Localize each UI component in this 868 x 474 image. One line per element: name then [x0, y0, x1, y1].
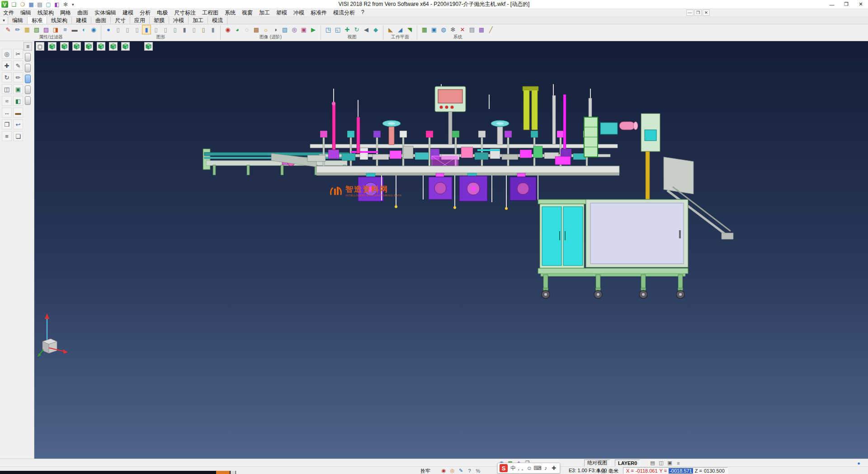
visibility-icon[interactable]: ◉ [89, 25, 98, 34]
window-tool-icon[interactable]: ❐ [2, 119, 12, 129]
cylinder-section-icon[interactable]: ▯ [170, 25, 179, 34]
ime-keyboard-icon[interactable]: ⌨ [533, 464, 542, 472]
box-tool-icon[interactable]: ◧ [13, 96, 23, 106]
line-weight-icon[interactable]: ▬ [70, 25, 79, 34]
view-zoom-all-icon[interactable]: ◳ [324, 25, 333, 34]
attributes-brush-icon[interactable]: ✏ [13, 25, 22, 34]
menu-item-2[interactable]: 线架构 [34, 9, 57, 17]
taskbar-app-button-2[interactable] [231, 471, 236, 474]
viewport-menu[interactable]: ≡ [24, 42, 32, 51]
menu-item-17[interactable]: 模流分析 [330, 9, 358, 17]
menu-item-15[interactable]: 冲模 [290, 9, 307, 17]
view-cube-back-icon[interactable] [109, 42, 118, 51]
system-globe-icon[interactable]: ◍ [439, 25, 448, 34]
menu-item-1[interactable]: 编辑 [17, 9, 34, 17]
ruler-tool-icon[interactable]: ▬ [13, 108, 23, 118]
undo-tool-icon[interactable]: ↩ [13, 119, 23, 129]
solid-tool-icon[interactable]: ▣ [13, 84, 23, 94]
menu-item-12[interactable]: 视窗 [239, 9, 256, 17]
view-cube-front-icon[interactable] [72, 42, 81, 51]
tab-8[interactable]: 冲模 [169, 17, 189, 24]
rotate-tool-icon[interactable]: ↻ [2, 72, 12, 82]
layer-panel[interactable]: LAYER0 [615, 460, 640, 466]
render-background-icon[interactable]: ▧ [280, 25, 289, 34]
connection-icon[interactable]: ● [854, 460, 863, 466]
dimension-tool-icon[interactable]: ↔ [2, 108, 12, 118]
ime-punct-icon[interactable]: ，。 [517, 464, 525, 472]
menu-item-13[interactable]: 加工 [256, 9, 273, 17]
view-rotate-icon[interactable]: ↻ [352, 25, 361, 34]
copy-tool-icon[interactable]: ❏ [13, 131, 23, 141]
cylinder-solid-icon[interactable]: ▯ [113, 25, 123, 34]
menu-item-8[interactable]: 电极 [154, 9, 171, 17]
view-previous-icon[interactable]: ◀ [362, 25, 371, 34]
view-panel-icon[interactable]: ◫ [657, 460, 665, 466]
render-wireframe-icon[interactable]: ◌ [242, 25, 251, 34]
pin-4[interactable] [25, 96, 31, 105]
view-iso-icon[interactable]: ◆ [371, 25, 380, 34]
render-traffic-icon[interactable]: ◉ [223, 25, 232, 34]
pin-0[interactable] [25, 53, 31, 62]
cylinder-highlight-icon[interactable]: ▮ [142, 25, 151, 34]
system-close-icon[interactable]: ✕ [458, 25, 467, 34]
qa-screen-icon[interactable]: ▢ [44, 1, 52, 8]
menu-item-14[interactable]: 塑模 [273, 9, 290, 17]
lock-label[interactable]: 拴牢 [420, 468, 430, 474]
tab-dropdown[interactable]: ▾ [0, 17, 8, 24]
qa-settings-icon[interactable]: ✻ [61, 1, 70, 8]
cylinder-pair-icon[interactable]: ▯ [161, 25, 170, 34]
render-lighting-icon[interactable]: ☼ [261, 25, 270, 34]
ime-emoji-icon[interactable]: ☺ [525, 464, 533, 472]
qa-print-icon[interactable]: ▤ [36, 1, 44, 8]
line-style-icon[interactable]: ≡ [61, 25, 70, 34]
pin-3[interactable] [25, 85, 31, 94]
magnet-filter-icon[interactable]: ◨ [51, 25, 60, 34]
workplane-align-icon[interactable]: ◥ [405, 25, 414, 34]
menu-item-7[interactable]: 分析 [137, 9, 154, 17]
view-cube-bottom-icon[interactable] [121, 42, 130, 51]
tab-0[interactable]: 编辑 [8, 17, 28, 24]
menu-item-16[interactable]: 标准件 [307, 9, 330, 17]
menu-item-10[interactable]: 工程图 [199, 9, 222, 17]
pen-status-icon[interactable]: ✎ [457, 467, 465, 474]
system-grid-icon[interactable]: ▦ [420, 25, 429, 34]
mdi-minimize-button[interactable]: — [686, 9, 693, 16]
system-slope-icon[interactable]: ╱ [486, 25, 495, 34]
menu-item-3[interactable]: 网格 [57, 9, 74, 17]
view-cube-right-icon[interactable] [85, 42, 93, 51]
mdi-close-button[interactable]: ✕ [703, 9, 710, 16]
view-cube-left-icon[interactable] [97, 42, 105, 51]
view-cube-dynamic-icon[interactable] [144, 42, 153, 51]
view-plain[interactable]: ▢ [36, 42, 44, 51]
tab-1[interactable]: 标准 [28, 17, 47, 24]
measure-tool-icon[interactable]: ◫ [2, 84, 12, 94]
cylinder-edges-icon[interactable]: ▮ [180, 25, 189, 34]
curve-tool-icon[interactable]: ≈ [2, 96, 12, 106]
tab-4[interactable]: 曲面 [91, 17, 111, 24]
menu-item-6[interactable]: 建模 [119, 9, 137, 17]
move-tool-icon[interactable]: ✚ [2, 61, 12, 71]
tab-2[interactable]: 线架构 [47, 17, 72, 24]
layer-filter-icon[interactable]: ▧ [32, 25, 41, 34]
pin-2[interactable] [25, 75, 31, 83]
sketch-tool-icon[interactable]: ✎ [13, 61, 23, 71]
render-snapshot-icon[interactable]: ▣ [299, 25, 308, 34]
ime-toolbox-icon[interactable]: ✚ [550, 464, 558, 472]
system-monitor-icon[interactable]: ▣ [429, 25, 439, 34]
qa-open-file-icon[interactable]: ❍ [19, 1, 27, 8]
lock-status-icon[interactable]: ◉ [439, 467, 448, 474]
close-button[interactable]: ✕ [854, 0, 868, 9]
layer-panel-icon[interactable]: ▤ [648, 460, 657, 466]
render-camera-icon[interactable]: ◎ [290, 25, 299, 34]
view-mode-panel[interactable]: 绝对视图 [584, 460, 610, 466]
qa-save-file-icon[interactable]: ▦ [27, 1, 35, 8]
menu-item-4[interactable]: 曲面 [74, 9, 91, 17]
view-pan-icon[interactable]: ✚ [343, 25, 352, 34]
zoom-tool-icon[interactable]: ◎ [2, 49, 12, 59]
tab-7[interactable]: 塑膜 [150, 17, 169, 24]
system-table-icon[interactable]: ▤ [467, 25, 476, 34]
trim-tool-icon[interactable]: ✂ [13, 49, 23, 59]
color-swatch-icon[interactable]: ▦ [23, 25, 32, 34]
qa-palette-icon[interactable]: ◧ [53, 1, 61, 8]
view-cube-iso-icon[interactable] [48, 42, 57, 51]
